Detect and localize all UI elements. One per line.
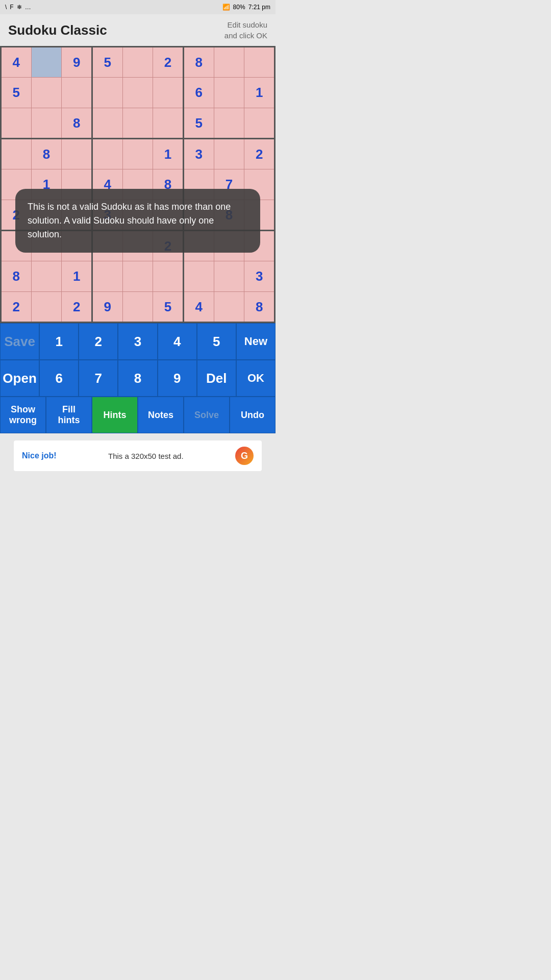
battery-text: 80% [233,4,245,11]
grid-cell[interactable]: 1 [62,261,92,292]
grid-cell[interactable] [122,108,153,139]
grid-cell[interactable] [31,292,62,323]
grid-cell[interactable] [122,261,153,292]
ad-text: This a 320x50 test ad. [108,452,184,460]
grid-cell[interactable] [31,78,62,108]
grid-cell[interactable]: 1 [153,139,184,169]
status-bar: \ F ❄ … 📶 80% 7:21 pm [0,0,276,14]
fill-hints-button[interactable]: Fillhints [46,397,92,433]
grid-cell[interactable] [122,47,153,78]
snowflake-icon: ❄ [17,4,22,11]
grid-cell[interactable] [92,108,123,139]
num-2-button[interactable]: 2 [79,323,118,360]
tooltip-message: This is not a valid Sudoku as it has mor… [28,202,231,239]
grid-cell[interactable] [153,261,184,292]
grid-cell[interactable]: 4 [1,47,32,78]
grid-cell[interactable]: 5 [1,78,32,108]
header-subtitle: Edit sudoku and click OK [224,19,267,41]
grid-cell[interactable]: 5 [183,108,214,139]
grid-cell[interactable]: 8 [31,139,62,169]
ok-button[interactable]: OK [236,360,276,397]
new-button[interactable]: New [236,323,276,360]
grid-cell[interactable] [214,261,244,292]
more-icon: … [25,4,31,11]
grid-cell[interactable] [244,108,275,139]
back-icon: \ [5,4,7,11]
numpad-row2: Open 6 7 8 9 Del OK [0,360,276,397]
grid-cell[interactable]: 3 [244,261,275,292]
numpad-row1: Save 1 2 3 4 5 New [0,323,276,360]
num-5-button[interactable]: 5 [197,323,236,360]
ad-icon: G [235,447,254,465]
grid-cell[interactable]: 5 [92,47,123,78]
grid-cell[interactable]: 1 [244,78,275,108]
grid-cell[interactable] [1,139,32,169]
grid-cell[interactable] [214,78,244,108]
grid-cell[interactable] [92,78,123,108]
grid-cell[interactable] [214,47,244,78]
grid-cell[interactable]: 2 [153,47,184,78]
ad-banner: Nice job! This a 320x50 test ad. G [14,440,262,471]
numpad-area: Save 1 2 3 4 5 New Open 6 7 8 9 Del OK [0,323,276,397]
sudoku-wrapper: 4952856185813214872382813229548 This is … [0,46,276,323]
grid-cell[interactable]: 2 [62,292,92,323]
grid-cell[interactable]: 9 [62,47,92,78]
header: Sudoku Classic Edit sudoku and click OK [0,14,276,46]
grid-cell[interactable]: 2 [1,292,32,323]
grid-cell[interactable] [62,139,92,169]
num-6-button[interactable]: 6 [39,360,79,397]
grid-cell[interactable]: 3 [183,139,214,169]
grid-cell[interactable] [244,47,275,78]
grid-cell[interactable] [62,78,92,108]
grid-cell[interactable]: 5 [153,292,184,323]
num-9-button[interactable]: 9 [158,360,197,397]
grid-cell[interactable] [153,78,184,108]
status-left-icons: \ F ❄ … [5,4,31,11]
solve-button[interactable]: Solve [184,397,230,433]
grid-cell[interactable] [214,139,244,169]
undo-button[interactable]: Undo [230,397,276,433]
grid-cell[interactable]: 9 [92,292,123,323]
notes-button[interactable]: Notes [138,397,184,433]
grid-cell[interactable] [31,261,62,292]
save-button[interactable]: Save [0,323,39,360]
grid-cell[interactable] [122,78,153,108]
grid-cell[interactable]: 8 [1,261,32,292]
grid-cell[interactable] [1,108,32,139]
grid-cell[interactable] [92,139,123,169]
grid-cell[interactable]: 2 [244,139,275,169]
grid-cell[interactable] [122,139,153,169]
grid-cell[interactable] [31,47,62,78]
grid-cell[interactable] [31,108,62,139]
grid-cell[interactable] [183,261,214,292]
grid-cell[interactable] [214,292,244,323]
wifi-icon: 📶 [222,4,230,11]
open-button[interactable]: Open [0,360,39,397]
grid-cell[interactable] [153,108,184,139]
num-8-button[interactable]: 8 [118,360,157,397]
flipboard-icon: F [10,4,13,11]
sudoku-grid[interactable]: 4952856185813214872382813229548 [0,46,276,323]
del-button[interactable]: Del [197,360,236,397]
grid-cell[interactable]: 6 [183,78,214,108]
num-4-button[interactable]: 4 [158,323,197,360]
status-right-icons: 📶 80% 7:21 pm [222,4,270,11]
grid-cell[interactable]: 4 [183,292,214,323]
bottom-toolbar: Showwrong Fillhints Hints Notes Solve Un… [0,397,276,433]
grid-cell[interactable]: 8 [183,47,214,78]
grid-cell[interactable] [214,108,244,139]
grid-cell[interactable] [92,261,123,292]
num-3-button[interactable]: 3 [118,323,157,360]
hints-button[interactable]: Hints [92,397,138,433]
num-7-button[interactable]: 7 [79,360,118,397]
grid-cell[interactable]: 8 [244,292,275,323]
show-wrong-button[interactable]: Showwrong [0,397,46,433]
app-title: Sudoku Classic [8,22,107,38]
time-text: 7:21 pm [248,4,270,11]
num-1-button[interactable]: 1 [39,323,79,360]
ad-nicejob: Nice job! [22,451,57,460]
grid-cell[interactable]: 8 [62,108,92,139]
tooltip-overlay: This is not a valid Sudoku as it has mor… [15,189,260,253]
grid-cell[interactable] [122,292,153,323]
